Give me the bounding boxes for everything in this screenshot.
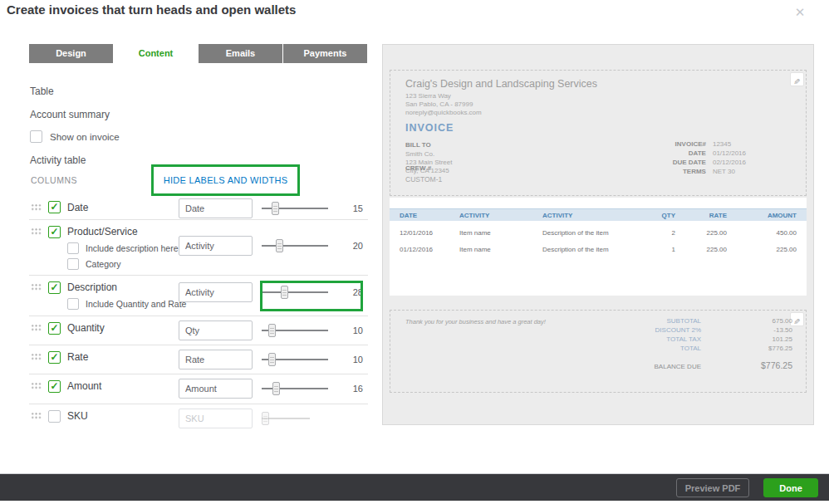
category-checkbox[interactable] — [67, 258, 79, 270]
invoice-cell: Item name — [459, 246, 542, 253]
total-value: $776.25 — [701, 344, 792, 353]
include-description-checkbox[interactable] — [67, 242, 79, 254]
invoice-cell: Item name — [459, 229, 542, 237]
section-table[interactable]: Table — [30, 86, 54, 97]
column-label: SKU — [67, 410, 88, 422]
invoice-header-section[interactable]: Craig's Design and Landscaping Services … — [390, 70, 807, 196]
sub-option-label: Include Quantity and Rate — [86, 299, 186, 309]
meta-value: 02/12/2016 — [706, 158, 746, 167]
hide-labels-widths-link[interactable]: HIDE LABELS AND WIDTHS — [164, 175, 288, 185]
close-icon[interactable] — [791, 3, 809, 22]
slider-track[interactable] — [262, 245, 328, 247]
quantity-label-input[interactable] — [179, 321, 253, 340]
edit-pencil-icon[interactable] — [790, 72, 804, 86]
custom-field-label: CREW # — [405, 164, 431, 172]
product-service-label-input[interactable] — [179, 236, 253, 256]
date-checkbox[interactable] — [48, 201, 61, 213]
meta-value: 12345 — [706, 139, 746, 149]
slider-thumb[interactable] — [272, 382, 280, 395]
sku-label-input[interactable] — [179, 409, 253, 428]
meta-label: DUE DATE — [673, 158, 706, 167]
product-service-checkbox[interactable] — [48, 226, 61, 238]
column-label: Rate — [67, 351, 88, 363]
totals-block: SUBTOTAL 675.00 DISCOUNT 2% -13.50 TOTAL… — [601, 316, 792, 370]
width-value: 15 — [341, 198, 363, 218]
columns-label: COLUMNS — [31, 175, 77, 185]
columns-list: Date 15 Product/Service Include descript… — [29, 196, 368, 433]
column-row-date: Date 15 — [29, 196, 368, 220]
column-header: ACTIVITY — [459, 212, 542, 219]
drag-handle-icon[interactable] — [31, 228, 42, 236]
tab-content[interactable]: Content — [114, 44, 198, 63]
slider-thumb — [262, 412, 269, 425]
company-email: noreply@quickbooks.com — [405, 109, 482, 117]
quantity-width-slider[interactable]: 10 — [262, 321, 351, 340]
drag-handle-icon[interactable] — [31, 324, 42, 332]
amount-checkbox[interactable] — [48, 380, 61, 393]
quantity-checkbox[interactable] — [48, 322, 61, 335]
rate-checkbox[interactable] — [48, 351, 61, 364]
show-on-invoice-checkbox[interactable] — [30, 130, 42, 143]
balance-due-label: BALANCE DUE — [601, 363, 701, 370]
column-label: Date — [67, 202, 88, 213]
total-value: 675.00 — [701, 316, 792, 325]
footer-message: Thank you for your business and have a g… — [405, 318, 546, 325]
invoice-footer-section[interactable]: Thank you for your business and have a g… — [390, 310, 807, 393]
tab-payments[interactable]: Payments — [283, 44, 367, 63]
slider-thumb[interactable] — [268, 324, 276, 337]
company-address: 123 Sierra Way San Pablo, CA - 87999 nor… — [405, 92, 482, 117]
include-qty-rate-checkbox[interactable] — [67, 298, 79, 310]
description-label-input[interactable] — [179, 282, 253, 302]
invoice-cell: 225.00 — [675, 229, 727, 237]
total-label: TOTAL — [601, 344, 701, 353]
section-activity-table[interactable]: Activity table — [30, 154, 86, 166]
amount-label-input[interactable] — [179, 379, 253, 399]
drag-handle-icon[interactable] — [31, 412, 42, 420]
drag-handle-icon[interactable] — [31, 283, 42, 291]
total-label: SUBTOTAL — [601, 316, 701, 325]
column-row-amount: Amount 16 — [29, 374, 368, 404]
show-on-invoice-row: Show on invoice — [30, 130, 120, 143]
column-label: Quantity — [67, 322, 105, 334]
drag-handle-icon[interactable] — [31, 353, 42, 361]
invoice-cell: Description of the item — [542, 246, 634, 253]
rate-label-input[interactable] — [179, 350, 253, 369]
drag-handle-icon[interactable] — [31, 382, 42, 390]
preview-pdf-button[interactable]: Preview PDF — [676, 478, 749, 497]
date-width-slider[interactable]: 15 — [262, 198, 351, 218]
meta-label: INVOICE# — [673, 139, 706, 149]
invoice-cell: 1 — [634, 246, 675, 253]
done-button[interactable]: Done — [763, 478, 818, 497]
description-checkbox[interactable] — [48, 281, 61, 294]
sku-checkbox[interactable] — [48, 410, 61, 423]
section-account-summary[interactable]: Account summary — [30, 109, 110, 120]
annotation-box-description-width — [260, 281, 363, 311]
column-header: RATE — [675, 212, 727, 219]
invoice-cell: Description of the item — [542, 229, 634, 237]
slider-thumb[interactable] — [268, 353, 276, 366]
meta-label: DATE — [673, 149, 706, 158]
rate-width-slider[interactable]: 10 — [262, 350, 351, 369]
invoice-meta: INVOICE# 12345 DATE 01/12/2016 DUE DATE … — [673, 139, 746, 176]
total-label: TOTAL TAX — [601, 335, 701, 344]
show-on-invoice-label: Show on invoice — [50, 132, 120, 142]
company-address-line: San Pablo, CA - 87999 — [405, 100, 482, 109]
invoice-preview: Craig's Design and Landscaping Services … — [382, 44, 814, 425]
invoice-cell: 225.00 — [727, 246, 797, 253]
column-row-quantity: Quantity 10 — [29, 316, 368, 345]
amount-width-slider[interactable]: 16 — [262, 379, 351, 399]
slider-thumb[interactable] — [272, 202, 279, 215]
invoice-line-items-table: DATE ACTIVITY ACTIVITY QTY RATE AMOUNT 1… — [390, 198, 807, 296]
column-label: Amount — [67, 380, 101, 392]
date-label-input[interactable] — [179, 198, 253, 218]
sku-width-slider — [262, 409, 351, 428]
width-value: 16 — [341, 379, 363, 399]
drag-handle-icon[interactable] — [31, 203, 42, 212]
slider-thumb[interactable] — [276, 239, 283, 252]
product-service-width-slider[interactable]: 20 — [262, 236, 351, 256]
meta-label: TERMS — [673, 167, 706, 176]
tab-design[interactable]: Design — [29, 44, 113, 63]
total-value: -13.50 — [701, 325, 792, 335]
tab-emails[interactable]: Emails — [199, 44, 282, 63]
slider-track[interactable] — [262, 388, 328, 389]
